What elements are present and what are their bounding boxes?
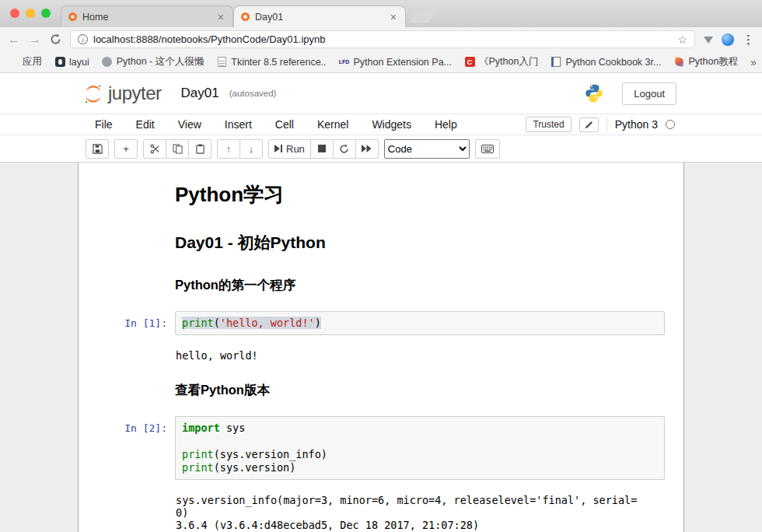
back-icon[interactable]: ←: [8, 33, 20, 46]
tab-title: Home: [82, 12, 211, 23]
layui-icon: [54, 57, 65, 68]
bookmarks-overflow-icon[interactable]: »: [750, 56, 757, 68]
paste-cell-button[interactable]: [188, 139, 211, 159]
menu-file[interactable]: File: [95, 118, 113, 131]
close-window-button[interactable]: [10, 9, 19, 18]
menu-view[interactable]: View: [178, 118, 201, 131]
menu-widgets[interactable]: Widgets: [372, 118, 411, 131]
menu-edit[interactable]: Edit: [136, 118, 155, 131]
jupyter-brand-text: jupyter: [108, 82, 162, 104]
notebook-h1: Python学习: [175, 181, 665, 208]
close-tab-icon[interactable]: ×: [216, 11, 225, 23]
notebook-title[interactable]: Day01: [181, 86, 219, 101]
tab-day01[interactable]: Day01 ×: [233, 5, 406, 27]
move-cell-down-button[interactable]: ↓: [239, 139, 263, 159]
code-cell-2[interactable]: In [2]: import sys print(sys.version_inf…: [93, 411, 669, 485]
bookmark-layui[interactable]: layui: [54, 57, 89, 68]
restart-run-all-button[interactable]: [355, 139, 379, 159]
markdown-cell-title[interactable]: Python学习: [93, 170, 669, 221]
traffic-lights: [10, 9, 51, 18]
bookmark-python-intro[interactable]: C 《Python入门: [464, 55, 538, 68]
move-cell-up-button[interactable]: ↑: [217, 139, 240, 159]
menu-help[interactable]: Help: [435, 118, 457, 131]
divider: [606, 117, 607, 131]
menu-insert[interactable]: Insert: [225, 118, 252, 131]
tab-home[interactable]: Home ×: [61, 5, 233, 27]
markdown-cell-first-program[interactable]: Python的第一个程序: [93, 266, 669, 306]
bookmark-python-tutorial[interactable]: Python教程: [673, 55, 738, 68]
autosave-status: (autosaved): [229, 89, 277, 98]
copy-cell-button[interactable]: [166, 139, 189, 159]
code-input-2[interactable]: import sys print(sys.version_info) print…: [175, 416, 665, 480]
notebook-h2: Day01 - 初始Python: [175, 232, 665, 254]
tab-strip: Home × Day01 ×: [61, 5, 432, 27]
arrow-down-icon: ↓: [249, 144, 254, 154]
bookmark-tkinter[interactable]: Tkinter 8.5 reference..: [216, 57, 326, 68]
stop-icon: [318, 145, 326, 152]
restart-kernel-button[interactable]: [333, 139, 356, 159]
code-cell-1[interactable]: In [1]: print('hello, world!'): [93, 306, 669, 340]
url-text[interactable]: localhost:8888/notebooks/PythonCode/Day0…: [93, 33, 672, 45]
bookmark-cookbook[interactable]: Python Cookbook 3r...: [551, 57, 661, 68]
jupyter-logo[interactable]: jupyter: [82, 82, 162, 104]
cut-cell-button[interactable]: [143, 139, 166, 159]
restart-icon: [339, 144, 349, 154]
menu-kernel[interactable]: Kernel: [317, 118, 348, 131]
fast-forward-icon: [362, 145, 372, 152]
input-prompt: In [1]:: [97, 311, 175, 335]
run-label: Run: [286, 143, 305, 155]
zoom-window-button[interactable]: [41, 9, 51, 18]
titlebar: Home × Day01 ×: [0, 0, 762, 27]
new-tab-button[interactable]: [410, 11, 435, 23]
minimize-window-button[interactable]: [26, 9, 35, 18]
python-logo-icon: [584, 83, 604, 103]
logout-button[interactable]: Logout: [622, 82, 676, 105]
forward-icon[interactable]: →: [29, 33, 41, 46]
site-info-icon[interactable]: i: [78, 34, 88, 44]
notebook-h3-second: 查看Python版本: [175, 382, 665, 399]
code-input-1[interactable]: print('hello, world!'): [175, 311, 665, 335]
tab-title: Day01: [255, 12, 383, 23]
page-icon: [216, 57, 227, 68]
close-tab-icon[interactable]: ×: [389, 11, 398, 23]
input-prompt: In [2]:: [97, 416, 175, 480]
output-text: sys.version_info(major=3, minor=6, micro…: [176, 494, 665, 506]
c-red-icon: C: [464, 57, 475, 68]
bookmark-star-icon[interactable]: ☆: [677, 33, 687, 46]
apps-grid-icon: [8, 57, 19, 68]
globe-extension-icon[interactable]: [722, 33, 734, 46]
output-text: hello, world!: [176, 349, 665, 362]
jupyter-header: jupyter Day01 (autosaved) Logout: [0, 73, 762, 114]
jupyter-favicon-icon: [241, 12, 250, 21]
markdown-cell-version[interactable]: 查看Python版本: [93, 371, 669, 411]
markdown-cell-day01[interactable]: Day01 - 初始Python: [93, 221, 669, 266]
notebook-container: Python学习 Day01 - 初始Python Python的第一个程序 I…: [78, 163, 684, 532]
bookmark-python-blog[interactable]: Python - 这个人很懒: [102, 55, 204, 68]
save-icon: [93, 144, 103, 154]
menu-cell[interactable]: Cell: [275, 118, 294, 131]
arrow-up-icon: ↑: [226, 144, 232, 154]
add-cell-button[interactable]: +: [114, 139, 138, 159]
command-palette-button[interactable]: [475, 139, 500, 159]
cell-type-select[interactable]: Code: [384, 139, 470, 159]
browser-menu-icon[interactable]: ⋮: [743, 33, 754, 47]
address-bar[interactable]: i localhost:8888/notebooks/PythonCode/Da…: [70, 30, 695, 48]
keyboard-icon: [481, 145, 494, 153]
notebook-toolbar: + ↑ ↓ Run: [0, 135, 762, 163]
jupyter-logo-icon: [82, 84, 105, 104]
bookmarks-bar: 应用 layui Python - 这个人很懒 Tkinter 8.5 refe…: [0, 51, 762, 73]
bookmark-apps[interactable]: 应用: [8, 55, 42, 68]
trusted-button[interactable]: Trusted: [526, 117, 571, 132]
download-extension-icon[interactable]: [704, 37, 713, 44]
interrupt-kernel-button[interactable]: [310, 139, 334, 159]
step-forward-icon: [274, 145, 282, 152]
save-button[interactable]: [86, 139, 109, 159]
kernel-name: Python 3: [615, 118, 658, 131]
run-button[interactable]: Run: [268, 139, 311, 159]
pencil-icon: [585, 121, 593, 129]
browser-window: Home × Day01 × ← → i localhost:8888/note…: [0, 0, 762, 532]
output-text: 3.6.4 (v3.6.4:d48ecebad5, Dec 18 2017, 2…: [176, 519, 665, 531]
reload-icon[interactable]: [50, 33, 61, 45]
edit-title-button[interactable]: [579, 117, 599, 132]
bookmark-python-extension[interactable]: LFD Python Extension Pa...: [339, 57, 452, 68]
